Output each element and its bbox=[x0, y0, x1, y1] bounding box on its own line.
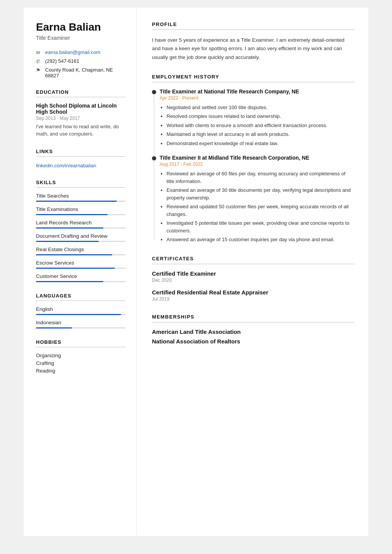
skill-item: Title Searches bbox=[36, 193, 126, 202]
skill-label: Customer Service bbox=[36, 273, 126, 279]
job-bullet: Worked with clients to ensure a smooth a… bbox=[167, 122, 354, 129]
phone-number: (292) 547-6161 bbox=[45, 58, 79, 64]
certificates-section-title: Certificates bbox=[152, 256, 354, 264]
skill-bar-bg bbox=[36, 227, 126, 229]
membership-item: National Association of Realtors bbox=[152, 338, 354, 345]
skill-bar-bg bbox=[36, 254, 126, 255]
job-bullet: Demonstrated expert knowledge of real es… bbox=[167, 140, 354, 147]
language-bar-bg bbox=[36, 314, 126, 315]
job-dates: Apr 2022 - Present bbox=[160, 95, 354, 101]
contact-block: ✉ earna.balian@gmail.com ✆ (292) 547-616… bbox=[36, 49, 126, 78]
job-block: Title Examiner at National Title Researc… bbox=[152, 88, 354, 147]
skill-bar-fill bbox=[36, 268, 115, 269]
job-block: Title Examiner II at Midland Title Resea… bbox=[152, 155, 354, 243]
job-bullet: Answered an average of 15 customer inqui… bbox=[167, 236, 354, 243]
languages-list: English Indonesian bbox=[36, 306, 126, 328]
linkedin-link[interactable]: linkedin.com/in/earnabalian bbox=[36, 163, 96, 168]
linkedin-link-item: linkedin.com/in/earnabalian bbox=[36, 162, 126, 169]
employment-list: Title Examiner at National Title Researc… bbox=[152, 88, 354, 243]
skill-bar-bg bbox=[36, 268, 126, 269]
profile-section-title: Profile bbox=[152, 21, 354, 30]
skill-item: Customer Service bbox=[36, 273, 126, 282]
skill-bar-bg bbox=[36, 281, 126, 282]
hobby-item: Organizing bbox=[36, 353, 126, 358]
job-bullet: Investigated 5 potential title issues pe… bbox=[167, 219, 354, 234]
skill-bar-fill bbox=[36, 201, 117, 202]
hobby-item: Crafting bbox=[36, 360, 126, 366]
language-label: Indonesian bbox=[36, 320, 126, 325]
email-link[interactable]: earna.balian@gmail.com bbox=[45, 49, 100, 55]
skill-item: Real Estate Closings bbox=[36, 247, 126, 255]
certificates-section: Certificates Certified Title Examiner De… bbox=[152, 256, 354, 302]
certificate-date: Jul 2019 bbox=[152, 296, 354, 302]
edu-degree: High School Diploma at Lincoln High Scho… bbox=[36, 103, 126, 115]
skills-section-title: Skills bbox=[36, 180, 126, 188]
resume-container: Earna Balian Title Examiner ✉ earna.bali… bbox=[24, 8, 368, 536]
skill-bar-bg bbox=[36, 241, 126, 242]
person-name: Earna Balian bbox=[36, 21, 126, 33]
skill-bar-fill bbox=[36, 241, 99, 242]
skill-bar-bg bbox=[36, 201, 126, 202]
contact-address-row: ⚑ County Road K, Chapman, NE 68827 bbox=[36, 67, 126, 78]
languages-section-title: Languages bbox=[36, 293, 126, 301]
name-block: Earna Balian Title Examiner bbox=[36, 21, 126, 41]
skill-bar-fill bbox=[36, 214, 108, 215]
skills-section: Skills Title Searches Title Examinations… bbox=[36, 180, 126, 282]
language-bar-bg bbox=[36, 327, 126, 328]
edu-description: I've learned how to read and write, do m… bbox=[36, 123, 126, 138]
certificate-name: Certified Residential Real Estate Apprai… bbox=[152, 289, 354, 296]
language-item: Indonesian bbox=[36, 320, 126, 328]
job-dates: Aug 2017 - Feb 2022 bbox=[160, 162, 354, 167]
memberships-section: Memberships American Land Title Associat… bbox=[152, 314, 354, 345]
certificate-item: Certified Title Examiner Dec 2020 bbox=[152, 270, 354, 283]
job-dot bbox=[152, 156, 156, 160]
sidebar: Earna Balian Title Examiner ✉ earna.bali… bbox=[24, 8, 137, 536]
skill-bar-fill bbox=[36, 281, 103, 282]
edu-dates: Sep 2013 - May 2017 bbox=[36, 116, 126, 121]
person-job-title: Title Examiner bbox=[36, 35, 126, 41]
skill-item: Document Drafting and Review bbox=[36, 233, 126, 242]
employment-section-title: Employment History bbox=[152, 74, 354, 82]
job-bullet: Negotiated and settled over 100 title di… bbox=[167, 104, 354, 111]
phone-icon: ✆ bbox=[36, 59, 42, 64]
links-section-title: Links bbox=[36, 149, 126, 157]
education-section-title: Education bbox=[36, 89, 126, 97]
contact-phone-row: ✆ (292) 547-6161 bbox=[36, 58, 126, 64]
job-bullet: Reviewed and updated 50 customer files p… bbox=[167, 203, 354, 218]
certificates-list: Certified Title Examiner Dec 2020 Certif… bbox=[152, 270, 354, 302]
skill-bar-bg bbox=[36, 214, 126, 215]
skill-item: Title Examinations bbox=[36, 206, 126, 215]
skill-label: Document Drafting and Review bbox=[36, 233, 126, 239]
hobbies-list: OrganizingCraftingReading bbox=[36, 353, 126, 374]
job-bullet: Maintained a high level of accuracy in a… bbox=[167, 131, 354, 138]
language-bar-fill bbox=[36, 327, 72, 328]
education-section: Education High School Diploma at Lincoln… bbox=[36, 89, 126, 138]
language-label: English bbox=[36, 306, 126, 312]
skill-label: Escrow Services bbox=[36, 260, 126, 266]
address-text: County Road K, Chapman, NE 68827 bbox=[45, 67, 126, 78]
contact-email-row: ✉ earna.balian@gmail.com bbox=[36, 49, 126, 56]
languages-section: Languages English Indonesian bbox=[36, 293, 126, 328]
skill-label: Title Searches bbox=[36, 193, 126, 199]
main-content: Profile I have over 5 years of experienc… bbox=[137, 8, 368, 536]
location-icon: ⚑ bbox=[36, 67, 42, 73]
skill-item: Land Records Research bbox=[36, 220, 126, 229]
job-bullet: Resolved complex issues related to land … bbox=[167, 113, 354, 120]
certificate-item: Certified Residential Real Estate Apprai… bbox=[152, 289, 354, 302]
hobbies-section-title: Hobbies bbox=[36, 339, 126, 347]
job-bullet: Reviewed an average of 60 files per day,… bbox=[167, 170, 354, 185]
job-dot bbox=[152, 90, 156, 94]
certificate-name: Certified Title Examiner bbox=[152, 270, 354, 277]
memberships-section-title: Memberships bbox=[152, 314, 354, 322]
job-bullets: Negotiated and settled over 100 title di… bbox=[160, 104, 354, 147]
job-title: Title Examiner II at Midland Title Resea… bbox=[160, 155, 354, 161]
job-bullets: Reviewed an average of 60 files per day,… bbox=[160, 170, 354, 243]
language-bar-fill bbox=[36, 314, 121, 315]
employment-section: Employment History Title Examiner at Nat… bbox=[152, 74, 354, 243]
membership-item: American Land Title Association bbox=[152, 328, 354, 335]
skill-label: Land Records Research bbox=[36, 220, 126, 226]
skill-item: Escrow Services bbox=[36, 260, 126, 269]
profile-text: I have over 5 years of experience as a T… bbox=[152, 36, 354, 62]
profile-section: Profile I have over 5 years of experienc… bbox=[152, 21, 354, 62]
hobbies-section: Hobbies OrganizingCraftingReading bbox=[36, 339, 126, 374]
